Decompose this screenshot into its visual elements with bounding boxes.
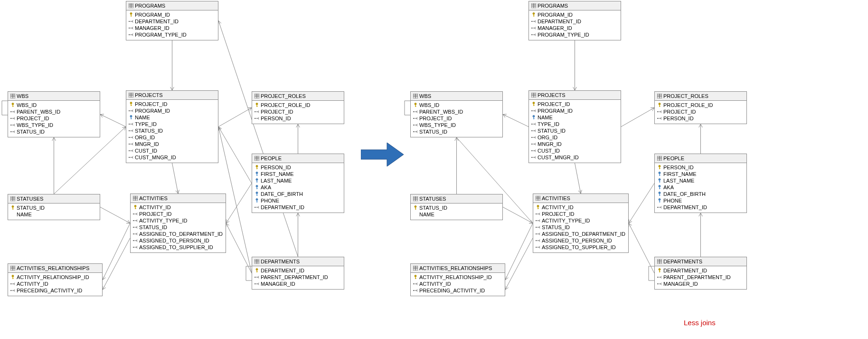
svg-rect-451 bbox=[659, 180, 660, 183]
entity-header: DEPARTMENTS bbox=[655, 257, 746, 266]
idx-icon bbox=[255, 178, 259, 183]
column: PROJECT_ID bbox=[255, 108, 341, 115]
column: MANAGER_ID bbox=[531, 25, 618, 31]
entity-programs: PROGRAMSPROGRAM_IDDEPARTMENT_IDMANAGER_I… bbox=[528, 1, 621, 40]
svg-rect-445 bbox=[659, 167, 660, 169]
svg-rect-452 bbox=[659, 182, 660, 182]
fk-icon bbox=[531, 148, 536, 153]
svg-point-544 bbox=[657, 283, 658, 284]
svg-point-350 bbox=[531, 34, 532, 35]
svg-point-279 bbox=[133, 227, 134, 228]
svg-rect-229 bbox=[256, 167, 257, 169]
column: DEPARTMENT_ID bbox=[531, 18, 618, 25]
column-name: STATUS_ID bbox=[538, 128, 566, 134]
svg-line-58 bbox=[218, 21, 220, 25]
pk-icon bbox=[657, 268, 662, 273]
svg-line-66 bbox=[503, 115, 506, 116]
pk-icon bbox=[129, 102, 133, 107]
svg-point-422 bbox=[531, 157, 532, 158]
entity-projects: PROJECTSPROJECT_IDPROGRAM_IDNAMETYPE_IDS… bbox=[126, 90, 218, 163]
svg-point-367 bbox=[413, 118, 414, 119]
svg-line-67 bbox=[503, 115, 505, 118]
svg-line-83 bbox=[629, 222, 632, 223]
column: PERSON_ID bbox=[255, 115, 341, 122]
svg-rect-242 bbox=[256, 195, 258, 195]
pk-icon bbox=[129, 12, 133, 17]
svg-point-389 bbox=[531, 110, 532, 111]
svg-line-76 bbox=[503, 207, 533, 223]
svg-point-174 bbox=[130, 116, 132, 117]
column: CUST_ID bbox=[129, 147, 216, 154]
svg-line-8 bbox=[218, 108, 252, 127]
svg-rect-141 bbox=[12, 106, 14, 107]
svg-rect-213 bbox=[256, 106, 258, 107]
column: TYPE_ID bbox=[129, 121, 216, 127]
entity-body: ACTIVITY_RELATIONSHIP_IDACTIVITY_IDPRECE… bbox=[8, 273, 102, 296]
svg-line-81 bbox=[629, 220, 629, 223]
column-name: STATUS_ID bbox=[419, 205, 447, 211]
svg-line-101 bbox=[457, 137, 459, 141]
column-name: CUST_ID bbox=[538, 148, 560, 154]
entity-activities: ACTIVITIESACTIVITY_IDPROJECT_IDACTIVITY_… bbox=[130, 194, 226, 253]
column-name: CUST_MNGR_ID bbox=[135, 155, 176, 160]
svg-line-41 bbox=[226, 223, 229, 225]
svg-line-31 bbox=[122, 127, 126, 128]
column: PROGRAM_ID bbox=[129, 11, 216, 18]
svg-line-21 bbox=[218, 127, 221, 130]
entity-body: PROJECT_IDPROGRAM_IDNAMETYPE_IDSTATUS_ID… bbox=[529, 100, 621, 163]
column-name: PROJECT_ID bbox=[261, 109, 293, 115]
idx-icon bbox=[657, 185, 662, 190]
svg-rect-473 bbox=[415, 209, 416, 209]
svg-point-240 bbox=[256, 192, 258, 194]
column: CUST_MNGR_ID bbox=[129, 154, 216, 161]
svg-point-377 bbox=[413, 131, 414, 132]
entity-header: PROJECT_ROLES bbox=[655, 92, 746, 101]
column: DATE_OF_BIRTH bbox=[657, 191, 744, 197]
table-icon bbox=[133, 196, 138, 201]
svg-rect-212 bbox=[256, 105, 257, 107]
idx-icon bbox=[657, 192, 662, 196]
table-icon bbox=[413, 94, 418, 98]
fk-icon bbox=[531, 32, 536, 37]
entity-body: WBS_IDPARENT_WBS_IDPROJECT_IDWBS_TYPE_ID… bbox=[411, 101, 502, 137]
fk-icon bbox=[531, 155, 536, 160]
entity-name: PEOPLE bbox=[261, 155, 282, 161]
svg-point-129 bbox=[129, 28, 130, 29]
column-name: ACTIVITY_ID bbox=[419, 281, 451, 287]
svg-point-146 bbox=[10, 111, 11, 112]
svg-rect-534 bbox=[659, 271, 660, 272]
svg-point-495 bbox=[536, 227, 537, 228]
idx-icon bbox=[657, 172, 662, 176]
svg-point-306 bbox=[10, 283, 11, 284]
fk-icon bbox=[531, 122, 536, 126]
svg-point-447 bbox=[659, 172, 660, 174]
svg-rect-245 bbox=[256, 202, 258, 202]
svg-rect-236 bbox=[256, 182, 258, 182]
svg-point-237 bbox=[256, 185, 258, 187]
svg-line-46 bbox=[103, 276, 104, 280]
column: NAME bbox=[10, 211, 97, 218]
svg-rect-391 bbox=[533, 117, 534, 119]
column: CUST_ID bbox=[531, 147, 618, 154]
svg-point-231 bbox=[256, 172, 258, 174]
svg-line-85 bbox=[629, 223, 632, 225]
svg-rect-448 bbox=[659, 174, 660, 176]
column-name: FIRST_NAME bbox=[261, 171, 294, 177]
column-name: TYPE_ID bbox=[538, 121, 559, 127]
column-name: MNGR_ID bbox=[538, 141, 562, 147]
entity-name: ACTIVITIES bbox=[542, 195, 570, 201]
fk-icon bbox=[10, 116, 15, 121]
svg-line-74 bbox=[580, 190, 581, 194]
entity-departments: DEPARTMENTSDEPARTMENT_IDPARENT_DEPARTMEN… bbox=[654, 257, 747, 290]
svg-line-72 bbox=[575, 163, 581, 194]
svg-point-471 bbox=[415, 206, 416, 208]
column: DEPARTMENT_ID bbox=[657, 204, 744, 211]
column: STATUS_ID bbox=[531, 127, 618, 134]
column: MANAGER_ID bbox=[129, 25, 216, 31]
entity-departments: DEPARTMENTSDEPARTMENT_IDPARENT_DEPARTMEN… bbox=[252, 257, 344, 290]
entity-statuses: STATUSESSTATUS_IDNAME bbox=[410, 194, 503, 220]
svg-point-255 bbox=[12, 206, 14, 208]
column: PROJECT_ID bbox=[133, 211, 223, 217]
svg-point-173 bbox=[129, 110, 130, 111]
fk-icon bbox=[133, 212, 138, 216]
